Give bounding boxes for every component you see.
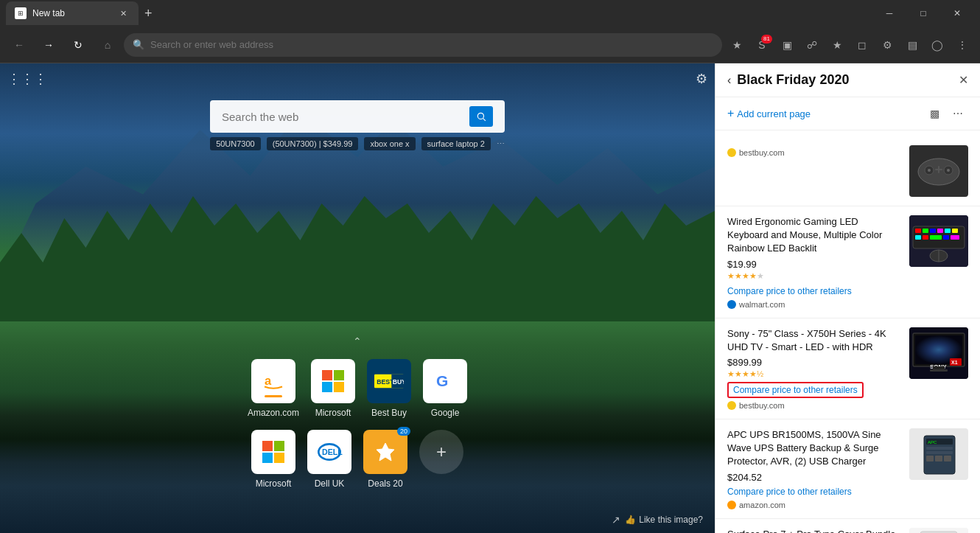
google-icon: G xyxy=(423,359,467,403)
active-tab[interactable]: ⊞ New tab ✕ xyxy=(6,1,139,25)
product-item-1[interactable]: bestbuy.com xyxy=(715,136,980,206)
favorites-button[interactable]: ★ xyxy=(725,33,749,57)
product-name-5: Surface Pro 7 + Pro Type Cover Bundle xyxy=(727,528,900,534)
inspirational-text: 🔍 Where can you find the best hiking spo… xyxy=(265,273,450,324)
svg-rect-6 xyxy=(334,382,344,392)
window-controls: ─ □ ✕ xyxy=(872,0,974,27)
collapse-button[interactable]: ⌃ xyxy=(353,335,362,347)
inspirational-quote: Where can you find the best hiking spots… xyxy=(265,293,450,324)
shortcut-amazon[interactable]: a Amazon.com xyxy=(248,359,299,418)
product-price-4: $204.52 xyxy=(727,472,900,483)
grid-icon[interactable]: ⋮⋮⋮ xyxy=(7,71,47,87)
shortcut-google[interactable]: G Google xyxy=(423,359,467,418)
forward-button[interactable]: → xyxy=(35,32,62,58)
dell-icon: DELL xyxy=(307,430,351,474)
shortcut-deals[interactable]: 20 Deals 20 xyxy=(363,430,407,489)
add-current-page-button[interactable]: + Add current page xyxy=(727,107,920,120)
search-submit-button[interactable] xyxy=(469,106,493,127)
shortcut-amazon-label: Amazon.com xyxy=(248,408,299,418)
retailer-name-2: walmart.com xyxy=(739,300,785,309)
bestbuy-retailer-icon-3 xyxy=(727,401,736,410)
product-name-3: Sony - 75" Class - X750H Series - 4K UHD… xyxy=(727,327,900,354)
compare-link-4[interactable]: Compare price to other retailers xyxy=(727,487,852,497)
suggestion-more[interactable]: ⋯ xyxy=(497,139,505,149)
svg-rect-15 xyxy=(274,453,284,463)
suggestion-item-2[interactable]: (50UN7300) | $349.99 xyxy=(267,137,359,150)
shortcuts-grid-row2: Microsoft DELL Dell UK xyxy=(251,430,463,489)
amazon-retailer-icon xyxy=(727,501,736,509)
nav-icons: ★ S 81 ▣ ☍ ★ ◻ ⚙ ▤ ◯ ⋮ xyxy=(725,33,974,57)
extensions-icon[interactable]: ▣ xyxy=(775,33,799,57)
add-to-favorites[interactable]: ◻ xyxy=(850,33,874,57)
page-settings-icon[interactable]: ⚙ xyxy=(696,71,707,87)
shortcut-bestbuy[interactable]: BEST BUY Best Buy xyxy=(367,359,411,418)
suggestion-item-4[interactable]: surface laptop 2 xyxy=(421,137,491,150)
product-info-1: bestbuy.com xyxy=(727,145,900,197)
sidebar-panel: ‹ Black Friday 2020 ✕ + Add current page… xyxy=(715,63,980,533)
panel-close-button[interactable]: ✕ xyxy=(959,73,968,87)
svg-rect-3 xyxy=(322,370,332,380)
minimize-button[interactable]: ─ xyxy=(872,0,906,27)
svg-rect-26 xyxy=(938,166,939,173)
svg-rect-12 xyxy=(262,441,273,451)
svg-rect-13 xyxy=(274,441,284,451)
settings-button[interactable]: ⚙ xyxy=(875,33,899,57)
split-screen[interactable]: ▤ xyxy=(900,33,924,57)
search-submit-icon xyxy=(476,111,486,122)
expand-icon[interactable]: ↗ xyxy=(612,514,620,526)
browser-page: ⋮⋮⋮ ⚙ 50UN7300 (50UN7300) | $349.9 xyxy=(0,63,715,533)
tab-close-button[interactable]: ✕ xyxy=(116,7,130,20)
address-bar[interactable]: 🔍 xyxy=(124,33,722,57)
like-image-button[interactable]: 👍 Like this image? xyxy=(625,515,703,525)
sidebar-button[interactable]: ★ xyxy=(825,33,849,57)
product-item-3[interactable]: Sony - 75" Class - X750H Series - 4K UHD… xyxy=(715,318,980,419)
add-shortcut[interactable]: + xyxy=(419,430,463,489)
refresh-button[interactable]: ↻ xyxy=(65,32,91,58)
suggestion-item-1[interactable]: 50UN7300 xyxy=(210,137,261,150)
svg-point-23 xyxy=(928,169,931,172)
tab-bar: ⊞ New tab ✕ + xyxy=(6,0,158,27)
product-info-5: Surface Pro 7 + Pro Type Cover Bundle xyxy=(727,528,900,534)
search-container: 50UN7300 (50UN7300) | $349.99 xbox one x… xyxy=(210,100,505,150)
panel-more-button[interactable]: ⋯ xyxy=(948,103,968,124)
collections-button[interactable]: ☍ xyxy=(800,33,824,57)
shortcut-dell[interactable]: DELL Dell UK xyxy=(307,430,351,489)
more-button[interactable]: ⋮ xyxy=(951,33,974,57)
shortcuts-grid: a Amazon.com xyxy=(248,359,467,418)
home-button[interactable]: ⌂ xyxy=(94,32,121,58)
compare-link-2[interactable]: Compare price to other retailers xyxy=(727,286,852,296)
deals-badge: 20 xyxy=(397,427,410,436)
bestbuy-icon: BEST BUY xyxy=(367,359,411,403)
walmart-icon xyxy=(727,300,736,309)
product-item-4[interactable]: APC UPS BR1500MS, 1500VA Sine Wave UPS B… xyxy=(715,419,980,519)
svg-rect-54 xyxy=(926,447,953,450)
svg-rect-35 xyxy=(915,235,921,240)
panel-view-button[interactable]: ▩ xyxy=(924,103,945,124)
product-price-3: $899.99 xyxy=(727,357,900,368)
shortcut-microsoft2[interactable]: Microsoft xyxy=(251,430,295,489)
close-button[interactable]: ✕ xyxy=(940,0,974,27)
product-item-2[interactable]: Wired Ergonomic Gaming LED Keyboard and … xyxy=(715,206,980,318)
suggestion-item-3[interactable]: xbox one x xyxy=(364,137,415,150)
profile-button[interactable]: ◯ xyxy=(925,33,949,57)
retailer-row-4: amazon.com xyxy=(727,501,900,509)
web-search-input[interactable] xyxy=(222,111,463,123)
address-input[interactable] xyxy=(150,39,713,50)
panel-back-button[interactable]: ‹ xyxy=(727,74,731,87)
shortcut-microsoft[interactable]: Microsoft xyxy=(311,359,355,418)
svg-rect-34 xyxy=(952,229,958,233)
extensions-button[interactable]: S 81 xyxy=(750,33,774,57)
back-button[interactable]: ← xyxy=(6,32,32,58)
background-image: ⋮⋮⋮ ⚙ 50UN7300 (50UN7300) | $349.9 xyxy=(0,63,715,533)
tab-favicon: ⊞ xyxy=(15,7,27,19)
shortcut-microsoft2-label: Microsoft xyxy=(256,478,292,489)
svg-point-24 xyxy=(947,169,950,172)
maximize-button[interactable]: □ xyxy=(906,0,940,27)
product-item-5[interactable]: Surface Pro 7 + Pro Type Cover Bundle xyxy=(715,519,980,534)
compare-link-3[interactable]: Compare price to other retailers xyxy=(727,382,864,398)
product-info-4: APC UPS BR1500MS, 1500VA Sine Wave UPS B… xyxy=(727,428,900,509)
search-icon: 🔍 xyxy=(133,39,144,50)
product-image-5 xyxy=(909,528,968,534)
main-content: ⋮⋮⋮ ⚙ 50UN7300 (50UN7300) | $349.9 xyxy=(0,63,980,533)
new-tab-button[interactable]: + xyxy=(139,1,158,25)
